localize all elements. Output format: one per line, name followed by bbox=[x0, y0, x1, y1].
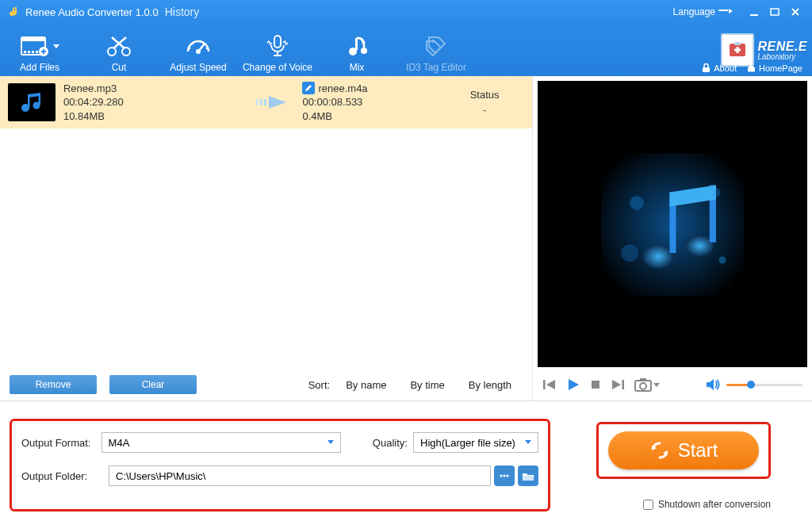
sort-label: Sort: bbox=[308, 379, 330, 391]
minimize-button[interactable] bbox=[744, 4, 764, 20]
cut-icon bbox=[79, 33, 159, 59]
status-cell: Status - bbox=[445, 89, 524, 116]
svg-marker-59 bbox=[612, 380, 621, 389]
file-row[interactable]: Renee.mp3 00:04:29.280 10.84MB renee.m4a… bbox=[0, 76, 532, 128]
toolbar-label: Mix bbox=[317, 62, 396, 73]
main-area: Renee.mp3 00:04:29.280 10.84MB renee.m4a… bbox=[0, 76, 812, 400]
svg-point-23 bbox=[197, 40, 200, 43]
player-controls bbox=[533, 369, 812, 400]
titlebar: Renee Audio Converter 1.0.0 History Lang… bbox=[0, 0, 812, 24]
homepage-link[interactable]: HomePage bbox=[746, 63, 802, 73]
speed-icon bbox=[159, 33, 238, 59]
folder-open-icon bbox=[522, 471, 534, 481]
brand-lab: Laboratory bbox=[757, 52, 795, 61]
music-note-icon bbox=[17, 90, 46, 114]
toolbar-label: Change of Voice bbox=[238, 62, 317, 73]
quality-label: Quality: bbox=[373, 437, 413, 449]
svg-rect-3 bbox=[771, 9, 779, 15]
ellipsis-icon bbox=[499, 473, 510, 479]
snapshot-button[interactable] bbox=[634, 377, 660, 392]
adjust-speed-button[interactable]: Adjust Speed bbox=[159, 33, 238, 73]
sort-by-name[interactable]: By name bbox=[346, 379, 386, 391]
arrow-icon bbox=[247, 93, 303, 112]
mix-button[interactable]: Mix bbox=[317, 33, 396, 73]
dest-size: 0.4MB bbox=[302, 109, 445, 124]
close-button[interactable] bbox=[785, 4, 806, 20]
about-link[interactable]: About bbox=[701, 63, 737, 73]
svg-rect-7 bbox=[21, 37, 45, 41]
output-folder-input[interactable] bbox=[109, 465, 491, 486]
source-size: 10.84MB bbox=[63, 109, 247, 124]
svg-rect-8 bbox=[24, 51, 26, 53]
svg-point-49 bbox=[621, 244, 638, 262]
shutdown-checkbox-input[interactable] bbox=[643, 500, 653, 510]
svg-point-51 bbox=[642, 244, 674, 269]
volume-slider[interactable] bbox=[726, 384, 802, 386]
mix-icon bbox=[317, 33, 396, 59]
volume-control[interactable] bbox=[706, 378, 802, 391]
svg-line-18 bbox=[112, 37, 124, 48]
sort-by-length[interactable]: By length bbox=[469, 379, 511, 391]
svg-rect-55 bbox=[543, 380, 546, 389]
toolbar-label: Add Files bbox=[0, 62, 79, 73]
preview-panel bbox=[533, 76, 812, 400]
chevron-down-icon bbox=[53, 44, 59, 48]
maximize-button[interactable] bbox=[764, 4, 785, 20]
svg-rect-11 bbox=[36, 51, 38, 53]
svg-rect-9 bbox=[28, 51, 30, 53]
next-button[interactable] bbox=[611, 378, 625, 391]
edit-name-button[interactable] bbox=[302, 82, 315, 94]
cut-button[interactable]: Cut bbox=[79, 33, 159, 73]
preview-canvas bbox=[538, 81, 807, 367]
chevron-down-icon bbox=[327, 440, 334, 444]
svg-marker-57 bbox=[569, 379, 579, 390]
more-path-button[interactable] bbox=[494, 465, 515, 486]
pencil-icon bbox=[304, 84, 312, 92]
dest-info: renee.m4a 00:00:08.533 0.4MB bbox=[302, 82, 445, 124]
svg-line-17 bbox=[113, 37, 126, 48]
svg-point-66 bbox=[503, 474, 505, 477]
status-value: - bbox=[445, 104, 524, 116]
remove-button[interactable]: Remove bbox=[10, 375, 97, 394]
start-label: Start bbox=[678, 439, 718, 462]
app-icon bbox=[6, 6, 19, 18]
svg-marker-1 bbox=[729, 9, 733, 13]
clear-button[interactable]: Clear bbox=[109, 375, 197, 394]
lock-icon bbox=[701, 63, 711, 73]
start-box: Start bbox=[596, 422, 771, 479]
prev-button[interactable] bbox=[542, 378, 557, 391]
history-link[interactable]: History bbox=[165, 6, 200, 18]
source-duration: 00:04:29.280 bbox=[63, 95, 247, 109]
stop-button[interactable] bbox=[590, 379, 601, 390]
home-icon bbox=[746, 63, 756, 73]
change-voice-button[interactable]: Change of Voice bbox=[238, 33, 317, 73]
svg-rect-34 bbox=[734, 42, 741, 45]
output-format-select[interactable]: M4A bbox=[102, 432, 341, 453]
start-button[interactable]: Start bbox=[608, 431, 759, 469]
toolbar-label: Cut bbox=[79, 62, 159, 73]
shutdown-label: Shutdown after conversion bbox=[658, 499, 771, 510]
id3-editor-button[interactable]: ID3 Tag Editor bbox=[396, 33, 476, 73]
chevron-down-icon bbox=[525, 440, 531, 444]
toolbar: Add Files Cut Adjust Speed Change of Voi… bbox=[0, 24, 812, 76]
toolbar-label: ID3 Tag Editor bbox=[396, 62, 476, 73]
add-files-button[interactable]: Add Files bbox=[0, 33, 79, 73]
svg-point-15 bbox=[108, 48, 116, 56]
shutdown-checkbox[interactable]: Shutdown after conversion bbox=[643, 499, 771, 510]
volume-icon bbox=[706, 378, 720, 391]
source-name: Renee.mp3 bbox=[63, 82, 247, 96]
app-title: Renee Audio Converter 1.0.0 bbox=[25, 6, 159, 18]
language-label: Language bbox=[673, 6, 715, 17]
svg-rect-43 bbox=[260, 99, 262, 105]
open-folder-button[interactable] bbox=[518, 465, 538, 486]
sort-by-time[interactable]: By time bbox=[410, 379, 444, 391]
svg-point-63 bbox=[640, 383, 646, 389]
status-header: Status bbox=[470, 89, 500, 101]
language-dropdown[interactable]: Language bbox=[673, 6, 733, 17]
play-button[interactable] bbox=[566, 377, 580, 392]
svg-point-30 bbox=[361, 48, 367, 54]
quality-select[interactable]: High(Larger file size) bbox=[413, 432, 538, 453]
svg-rect-37 bbox=[703, 67, 710, 72]
svg-point-65 bbox=[500, 474, 502, 477]
svg-rect-44 bbox=[264, 99, 266, 105]
